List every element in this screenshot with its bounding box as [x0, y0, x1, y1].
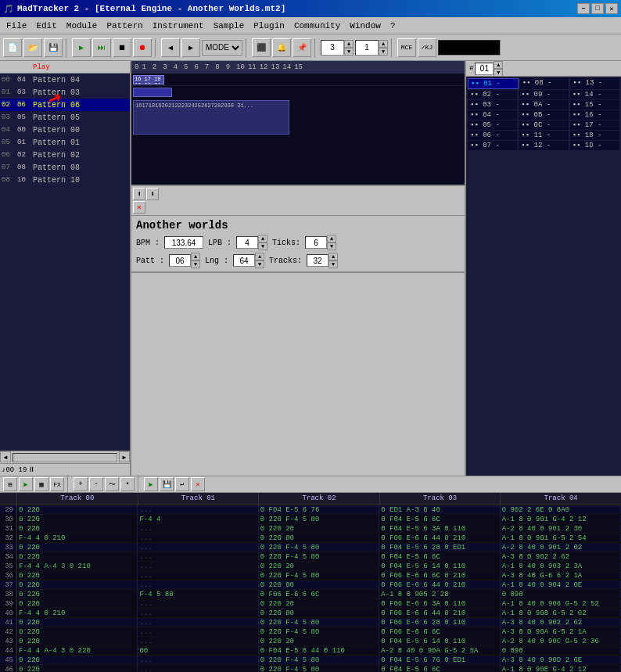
- pattern-cell[interactable]: 0 220 F-4 5 80: [259, 571, 379, 580]
- pattern-cell[interactable]: 0 220 F-4 5 80: [259, 515, 379, 523]
- pattern-cell[interactable]: 0 220: [17, 515, 138, 523]
- back-button[interactable]: ◀: [161, 38, 180, 57]
- pattern-cell[interactable]: 0 ED1 A-3 8 40: [379, 505, 500, 514]
- pattern-cell[interactable]: A-1 8 0 908 G-5 2 02: [501, 609, 621, 617]
- pattern-cell[interactable]: ...: [138, 543, 258, 552]
- inst-item-13[interactable]: ▪▪ 13 -: [570, 78, 619, 89]
- mce-btn[interactable]: MCE: [397, 38, 416, 57]
- tracks-up[interactable]: ▲: [328, 253, 338, 261]
- pattern-cell[interactable]: 0 890: [501, 590, 621, 598]
- pattern-cell[interactable]: 0 220: [17, 524, 138, 533]
- pattern-cell[interactable]: ...: [138, 552, 258, 561]
- inst-item-0a[interactable]: ▪▪ 0A -: [519, 100, 568, 110]
- pattern-item-2[interactable]: 02 06 Pattern 06: [0, 99, 130, 111]
- bpm-input[interactable]: [164, 236, 203, 249]
- inst-item-17[interactable]: ▪▪ 17 -: [570, 120, 619, 130]
- pattern-cell[interactable]: A-2 8 40 0 901 2 30: [501, 524, 621, 533]
- scroll-right-btn[interactable]: ▶: [119, 451, 130, 462]
- pattern-cell[interactable]: F-4 5 80: [138, 590, 258, 598]
- pattern-item-0[interactable]: 00 04 Pattern 04: [0, 74, 130, 86]
- pe-btn-bar[interactable]: ▦: [34, 477, 48, 491]
- btn-x[interactable]: ✕: [133, 201, 145, 214]
- ticks-down[interactable]: ▼: [327, 243, 336, 250]
- inst-num-input[interactable]: [475, 63, 494, 75]
- pattern-cell[interactable]: 0 F06 E-6 6 6C 0 210: [379, 571, 500, 580]
- menu-instrument[interactable]: Instrument: [148, 20, 209, 32]
- lpb-input[interactable]: [236, 236, 258, 249]
- value-spin[interactable]: 1 ▲ ▼: [355, 40, 388, 56]
- pe-btn-zoom-out[interactable]: -: [89, 477, 103, 491]
- pattern-cell[interactable]: 0 F06 E-6 6 6C: [379, 627, 500, 636]
- pattern-cell[interactable]: 0 F04 E-5 6 14 0 110: [379, 562, 500, 570]
- ticks-up[interactable]: ▲: [327, 235, 336, 243]
- fwd-button[interactable]: ▶: [181, 38, 200, 57]
- pattern-cell[interactable]: 0 220: [17, 580, 138, 589]
- pattern-cell[interactable]: 0 F04 E-5 6 76 0 ED1: [379, 656, 500, 664]
- add-pattern-btn[interactable]: ⬆: [133, 188, 145, 200]
- save-button[interactable]: 💾: [44, 38, 63, 57]
- pattern-item-1[interactable]: 01 03 Pattern 03: [0, 86, 130, 99]
- fx-button2[interactable]: 🔔: [272, 38, 291, 57]
- play-button[interactable]: ▶: [72, 38, 91, 57]
- pattern-cell[interactable]: 0 220 F-4 5 80: [259, 656, 379, 664]
- channel-spin[interactable]: 3 ▲ ▼: [321, 40, 354, 56]
- pattern-cell[interactable]: 0 220 20: [259, 637, 379, 645]
- inst-down[interactable]: ▼: [494, 69, 503, 77]
- pattern-cell[interactable]: A-3 8 40 0 902 2 62: [501, 618, 621, 627]
- close-button[interactable]: ✕: [605, 3, 618, 14]
- inst-item-03[interactable]: ▪▪ 03 -: [468, 100, 517, 110]
- pattern-cell[interactable]: 0 220: [17, 599, 138, 608]
- song-block-1[interactable]: [133, 88, 172, 97]
- pattern-item-3[interactable]: 03 05 Pattern 05: [0, 111, 130, 124]
- ticks-input[interactable]: [305, 236, 327, 249]
- pattern-cell[interactable]: 0 220: [17, 627, 138, 636]
- pe-btn-save[interactable]: 💾: [160, 477, 174, 491]
- channel-up[interactable]: ▲: [344, 40, 354, 48]
- pattern-cell[interactable]: A-1 8 40 0 906 G-5 2 52: [501, 599, 621, 608]
- pattern-cell[interactable]: F-4 4 A-4 3 0 210: [17, 562, 138, 570]
- inst-item-0b[interactable]: ▪▪ 0B -: [519, 110, 568, 120]
- menu-help[interactable]: ?: [386, 20, 400, 32]
- pattern-cell[interactable]: 0 F06 E-6 6 3A 0 110: [379, 599, 500, 608]
- pattern-cell[interactable]: ...: [138, 580, 258, 589]
- pattern-cell[interactable]: ...: [138, 599, 258, 608]
- inst-item-09[interactable]: ▪▪ 09 -: [519, 90, 568, 99]
- lng-up[interactable]: ▲: [255, 253, 264, 261]
- lng-down[interactable]: ▼: [255, 261, 264, 268]
- pattern-cell[interactable]: 0 F04 E-5 6 6C: [379, 665, 500, 672]
- pattern-cell[interactable]: ...: [138, 505, 258, 514]
- menu-pattern[interactable]: Pattern: [102, 20, 147, 32]
- pattern-cell[interactable]: F-4 4 0 210: [17, 534, 138, 542]
- song-tracks[interactable]: 16 17 18 19 20 21 22 23 24 25 26 27 28 2…: [131, 74, 465, 185]
- pattern-cell[interactable]: 0 220 20: [259, 562, 379, 570]
- menu-edit[interactable]: Edit: [31, 20, 61, 32]
- pattern-cell[interactable]: ...: [138, 656, 258, 664]
- pattern-cell[interactable]: 0 220 F-4 5 80: [259, 627, 379, 636]
- menu-window[interactable]: Window: [345, 20, 386, 32]
- pattern-cell[interactable]: 0 220: [17, 505, 138, 514]
- pattern-cell[interactable]: ...: [138, 637, 258, 645]
- channel-down[interactable]: ▼: [344, 48, 354, 56]
- pattern-cell[interactable]: A-1 8 0 901 G-4 2 12: [501, 515, 621, 523]
- patt-up[interactable]: ▲: [191, 253, 200, 261]
- channel-input[interactable]: 3: [321, 40, 344, 56]
- inst-item-14[interactable]: ▪▪ 14 -: [570, 90, 619, 99]
- pattern-cell[interactable]: 0 F04 E-5 6 76: [259, 505, 379, 514]
- pattern-cell[interactable]: 0 220: [17, 552, 138, 561]
- inst-item-08[interactable]: ▪▪ 08 -: [520, 78, 569, 89]
- remove-pattern-btn[interactable]: ⬇: [146, 188, 159, 200]
- maximize-button[interactable]: □: [591, 3, 604, 14]
- value-input[interactable]: 1: [355, 40, 379, 56]
- pattern-item-8[interactable]: 08 10 Pattern 10: [0, 174, 130, 186]
- pattern-cell[interactable]: 0 220 F-4 5 80: [259, 552, 379, 561]
- inst-item-18[interactable]: ▪▪ 18 -: [570, 131, 619, 140]
- pattern-cell[interactable]: ...: [138, 562, 258, 570]
- pattern-cell[interactable]: A-1 8 0 901 G-5 2 54: [501, 534, 621, 542]
- pattern-editor[interactable]: Track 00 Track 01 Track 02 Track 03 Trac…: [0, 493, 621, 672]
- pe-btn-play[interactable]: ▶: [19, 477, 33, 491]
- inst-item-15[interactable]: ▪▪ 15 -: [570, 100, 619, 110]
- pattern-cell[interactable]: 0 220 20: [259, 599, 379, 608]
- inst-item-16[interactable]: ▪▪ 16 -: [570, 110, 619, 120]
- extra-input[interactable]: [438, 40, 501, 56]
- pattern-cell[interactable]: 0 220: [17, 618, 138, 627]
